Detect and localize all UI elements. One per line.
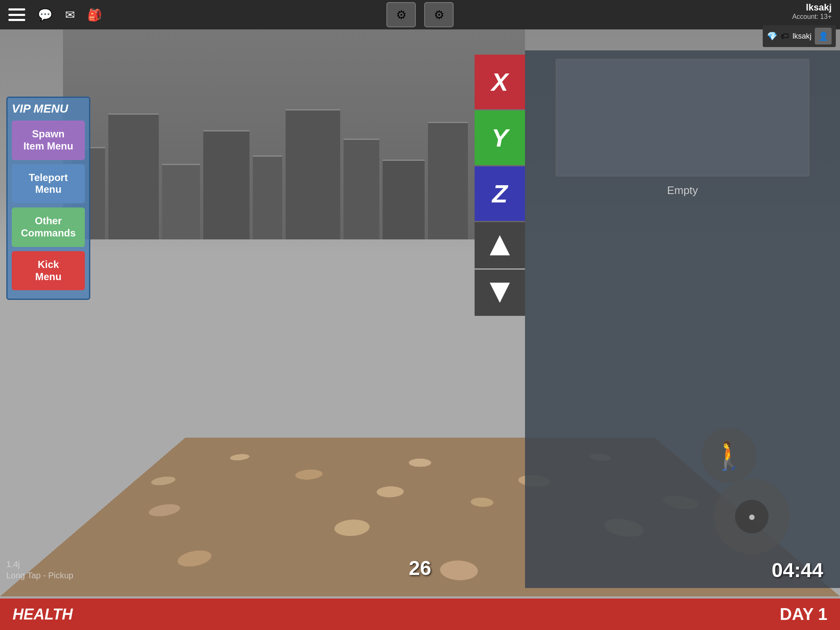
hamburger-icon[interactable]	[8, 8, 25, 21]
character-silhouette-icon: 🚶	[712, 440, 746, 472]
arrow-down-button[interactable]	[475, 270, 525, 316]
top-bar: 💬 ✉ 🎒 ⚙ ⚙ lksakj Account: 13+	[0, 0, 840, 29]
vip-menu-title: VIP MENU	[12, 102, 85, 116]
avatar: 👤	[815, 28, 832, 45]
username-label: lksakj	[792, 2, 832, 13]
health-bar: HEALTH DAY 1	[0, 598, 840, 630]
gear-icon-1: ⚙	[396, 8, 407, 22]
arrow-up-button[interactable]	[475, 222, 525, 268]
y-button[interactable]: Y	[475, 110, 525, 165]
character-icon[interactable]: 🚶	[701, 428, 756, 483]
badge-username: lksakj	[793, 32, 811, 41]
spawn-item-menu-button[interactable]: SpawnItem Menu	[12, 121, 85, 160]
teleport-menu-button[interactable]: TeleportMenu	[12, 164, 85, 204]
user-info: lksakj Account: 13+	[792, 2, 832, 21]
center-icons: ⚙ ⚙	[386, 2, 454, 27]
joystick-dot: ●	[748, 509, 756, 524]
inventory-panel: Empty	[525, 50, 840, 588]
empty-label: Empty	[667, 184, 698, 197]
up-arrow-icon	[487, 233, 512, 258]
message-icon[interactable]: ✉	[65, 8, 75, 22]
rank-icon: 🏷	[781, 32, 789, 41]
joystick-inner: ●	[735, 500, 769, 533]
health-label: HEALTH	[13, 606, 73, 623]
kick-menu-button[interactable]: KickMenu	[12, 251, 85, 291]
inventory-box	[556, 59, 809, 176]
day-label: DAY 1	[780, 605, 827, 624]
x-button[interactable]: X	[475, 55, 525, 109]
version-label: 1.4j	[6, 559, 20, 569]
chat-bubble-icon[interactable]: 💬	[38, 8, 52, 22]
settings-button-1[interactable]: ⚙	[386, 2, 416, 27]
avatar-icon: 👤	[818, 31, 829, 41]
counter-display: 26	[409, 556, 431, 580]
account-info-label: Account: 13+	[792, 13, 832, 21]
pickup-hint-label: Long Tap - Pickup	[6, 571, 74, 580]
diamond-icon: 💎	[767, 31, 777, 41]
vip-menu: VIP MENU SpawnItem Menu TeleportMenu Oth…	[6, 97, 90, 300]
settings-button-2[interactable]: ⚙	[424, 2, 454, 27]
user-badge-row: 💎 🏷 lksakj 👤	[763, 25, 836, 47]
bag-icon[interactable]: 🎒	[87, 8, 102, 22]
z-button[interactable]: Z	[475, 166, 525, 221]
gear-icon-2: ⚙	[434, 8, 444, 22]
time-display: 04:44	[772, 559, 823, 582]
down-arrow-icon	[487, 280, 512, 305]
game-buildings	[63, 29, 525, 239]
other-commands-button[interactable]: OtherCommands	[12, 207, 85, 247]
xyz-controls: X Y Z	[475, 55, 525, 316]
top-icons: 💬 ✉ 🎒	[38, 8, 102, 22]
joystick[interactable]: ●	[714, 479, 790, 554]
